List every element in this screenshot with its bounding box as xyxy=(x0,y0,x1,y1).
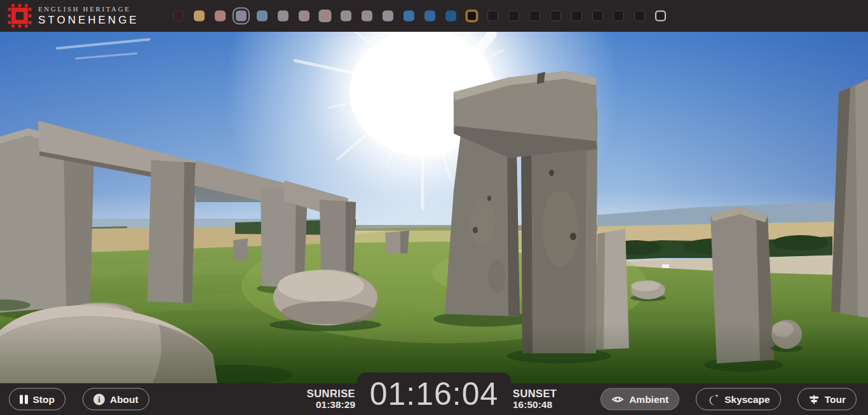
brand-english-heritage: ENGLISH HERITAGE xyxy=(38,5,139,13)
moon-stars-icon xyxy=(707,393,719,405)
time-swatch-1[interactable] xyxy=(194,11,205,22)
skyscape-button-label: Skyscape xyxy=(724,393,770,405)
clock-display: 01:16:04 xyxy=(370,376,499,412)
time-swatch-row xyxy=(173,11,666,22)
time-swatch-16[interactable] xyxy=(508,11,519,22)
tour-button-label: Tour xyxy=(825,393,846,405)
eye-icon xyxy=(611,393,624,405)
sunset-info: SUNSET 16:50:48 xyxy=(513,388,557,411)
about-button[interactable]: i About xyxy=(83,388,149,411)
time-swatch-17[interactable] xyxy=(529,11,540,22)
time-swatch-12[interactable] xyxy=(424,11,435,22)
skyscape-button[interactable]: Skyscape xyxy=(696,388,781,411)
sunrise-time: 01:38:29 xyxy=(307,399,355,411)
brand: ENGLISH HERITAGE STONEHENGE xyxy=(8,4,139,28)
time-swatch-7[interactable] xyxy=(318,10,331,22)
time-swatch-21[interactable] xyxy=(613,11,624,22)
sunset-time: 16:50:48 xyxy=(513,399,557,411)
info-icon: i xyxy=(93,393,105,405)
time-swatch-20[interactable] xyxy=(592,11,603,22)
pause-icon xyxy=(20,395,28,404)
ambient-button-label: Ambient xyxy=(629,393,668,405)
time-swatch-6[interactable] xyxy=(299,11,309,22)
time-swatch-0[interactable] xyxy=(173,11,184,22)
sunrise-label: SUNRISE xyxy=(307,388,355,399)
brand-stonehenge: STONEHENGE xyxy=(38,13,139,27)
time-swatch-15[interactable] xyxy=(487,11,498,22)
english-heritage-logo xyxy=(8,4,32,28)
tour-button[interactable]: Tour xyxy=(797,388,857,411)
time-swatch-23[interactable] xyxy=(655,11,666,22)
app-header: ENGLISH HERITAGE STONEHENGE xyxy=(0,0,868,32)
ambient-button[interactable]: Ambient xyxy=(600,388,679,411)
sunset-label: SUNSET xyxy=(513,388,557,399)
time-swatch-10[interactable] xyxy=(383,11,393,22)
signpost-icon xyxy=(808,393,820,405)
time-swatch-4[interactable] xyxy=(257,11,268,22)
time-swatch-14[interactable] xyxy=(465,10,478,22)
time-swatch-18[interactable] xyxy=(550,11,561,22)
time-swatch-2[interactable] xyxy=(215,11,226,22)
sunrise-info: SUNRISE 01:38:29 xyxy=(307,388,355,411)
stop-button[interactable]: Stop xyxy=(9,388,65,411)
stop-button-label: Stop xyxy=(33,393,55,405)
time-swatch-5[interactable] xyxy=(278,11,288,22)
clock-panel: 01:16:04 xyxy=(357,372,511,415)
time-swatch-8[interactable] xyxy=(341,11,351,22)
stonehenge-panorama-view[interactable] xyxy=(0,32,868,383)
about-button-label: About xyxy=(110,393,139,405)
time-swatch-13[interactable] xyxy=(445,11,456,22)
time-swatch-22[interactable] xyxy=(634,11,645,22)
time-swatch-9[interactable] xyxy=(362,11,372,22)
control-bar: 01:16:04 SUNRISE 01:38:29 SUNSET 16:50:4… xyxy=(0,383,868,415)
time-swatch-11[interactable] xyxy=(403,11,414,22)
time-swatch-3[interactable] xyxy=(236,11,247,22)
time-swatch-19[interactable] xyxy=(571,11,582,22)
